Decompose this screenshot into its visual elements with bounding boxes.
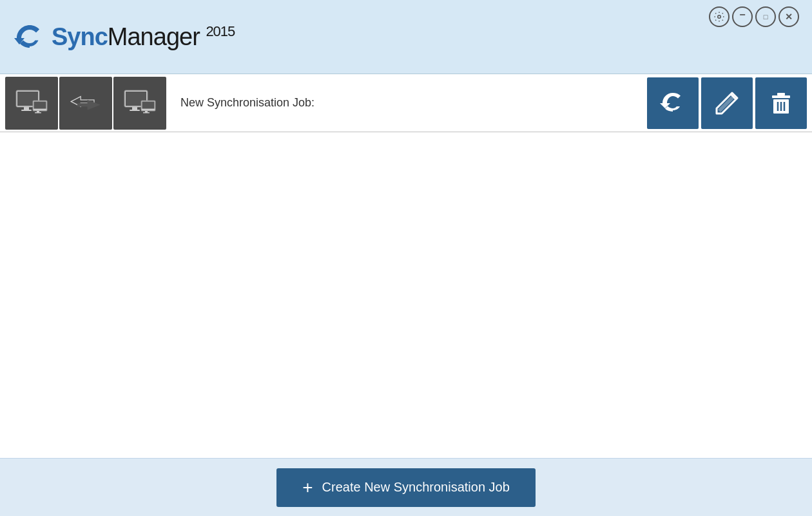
svg-rect-6 — [34, 101, 46, 108]
create-job-label: Create New Synchronisation Job — [322, 480, 510, 495]
logo-area: SyncManager 2015 — [13, 23, 235, 51]
app-title: SyncManager 2015 — [52, 23, 235, 51]
svg-marker-10 — [77, 99, 101, 110]
monitor-icon — [15, 86, 48, 120]
close-icon: ✕ — [785, 12, 793, 22]
delete-action-button[interactable] — [755, 77, 807, 129]
svg-rect-4 — [21, 110, 32, 111]
svg-rect-8 — [35, 112, 41, 114]
sync-logo-icon — [13, 23, 46, 51]
svg-rect-16 — [142, 101, 155, 108]
maximize-icon: □ — [764, 13, 768, 21]
app-header: SyncManager 2015 − □ ✕ — [0, 0, 812, 74]
svg-rect-7 — [37, 111, 39, 112]
svg-rect-13 — [132, 107, 137, 110]
svg-rect-21 — [777, 93, 785, 95]
close-button[interactable]: ✕ — [778, 6, 799, 27]
sync-action-button[interactable] — [647, 77, 699, 129]
main-content — [0, 132, 812, 458]
monitor2-icon — [123, 86, 157, 120]
toolbar-monitor1-button[interactable] — [5, 77, 58, 130]
minimize-button[interactable]: − — [732, 6, 753, 27]
toolbar: New Synchronisation Job: — [0, 74, 812, 132]
sync-arrow-icon — [69, 86, 102, 120]
plus-icon: + — [302, 479, 313, 497]
svg-rect-3 — [24, 107, 29, 110]
svg-rect-17 — [145, 111, 148, 112]
toolbar-monitor2-button[interactable] — [113, 77, 166, 130]
minimize-icon: − — [739, 10, 745, 20]
window-controls: − □ ✕ — [709, 0, 799, 27]
refresh-icon — [659, 89, 687, 117]
maximize-button[interactable]: □ — [755, 6, 776, 27]
trash-icon — [767, 89, 795, 117]
settings-button[interactable] — [709, 6, 730, 27]
svg-point-0 — [718, 15, 721, 19]
edit-icon — [713, 89, 741, 117]
toolbar-sync-arrow-button[interactable] — [59, 77, 112, 130]
svg-rect-14 — [130, 110, 140, 111]
svg-rect-18 — [143, 112, 150, 114]
toolbar-job-label: New Synchronisation Job: — [168, 96, 644, 110]
footer: + Create New Synchronisation Job — [0, 458, 812, 516]
svg-rect-20 — [772, 95, 790, 98]
create-new-job-button[interactable]: + Create New Synchronisation Job — [276, 468, 536, 507]
edit-action-button[interactable] — [701, 77, 753, 129]
